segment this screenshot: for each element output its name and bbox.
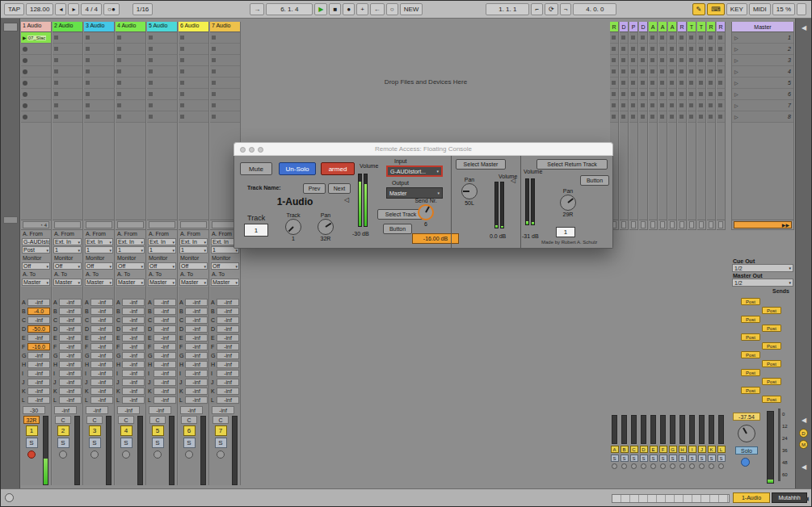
return-generic-button[interactable]: Button (580, 175, 609, 186)
track-arm-button[interactable] (185, 450, 193, 459)
master-out-select[interactable]: 1/2▾ (732, 279, 793, 287)
clip-slot[interactable] (639, 44, 647, 55)
clip-slot[interactable] (639, 100, 647, 111)
generic-button[interactable]: Button (383, 224, 412, 234)
clip-slot[interactable] (717, 44, 725, 55)
clip-slot[interactable] (678, 32, 686, 44)
clip-slot[interactable] (639, 89, 647, 100)
return-cue-button[interactable] (689, 463, 695, 469)
clip-slot[interactable] (179, 44, 208, 55)
return-cue-button[interactable] (650, 463, 656, 469)
input-channel-select[interactable]: 1▾ (116, 246, 145, 254)
punch-in-button[interactable]: ⌐ (531, 3, 543, 15)
track-arm-button[interactable] (154, 450, 162, 459)
return-header[interactable]: R (707, 22, 715, 32)
punch-out-button[interactable]: ¬ (560, 3, 572, 15)
overdub-button[interactable]: + (356, 3, 368, 15)
tempo-field[interactable]: 128.00 (26, 3, 53, 15)
track-volume-db[interactable]: -30 dB (352, 231, 369, 237)
send-knob[interactable]: -inf (59, 308, 82, 315)
clip-slot[interactable] (620, 111, 628, 123)
input-select[interactable]: Ext. In▾ (53, 238, 82, 245)
send-knob[interactable]: -inf (27, 352, 50, 359)
clip-slot[interactable] (147, 78, 177, 89)
return-cue-button[interactable] (679, 463, 685, 469)
input-channel-select[interactable]: 1▾ (53, 246, 82, 254)
track-number-field[interactable]: 1 (244, 224, 268, 237)
send-knob[interactable]: -inf (154, 308, 176, 315)
clip-slot[interactable] (610, 100, 618, 111)
send-knob[interactable]: -inf (59, 299, 82, 306)
master-volume-value[interactable]: -37.54 (733, 413, 760, 421)
track-volume-value[interactable]: -inf (180, 406, 203, 414)
scene-play-icon[interactable]: ▷ (734, 114, 738, 119)
scene-play-icon[interactable]: ▷ (734, 91, 738, 97)
show-mixer-toggle[interactable]: M (799, 440, 808, 449)
input-channel-select[interactable]: 1▾ (179, 246, 208, 254)
track-activator-button[interactable]: 7 (215, 425, 227, 436)
clip-slot[interactable] (649, 78, 657, 89)
output-select[interactable]: Master▾ (148, 279, 176, 286)
clip-slot[interactable] (84, 89, 114, 100)
clip-slot[interactable] (639, 66, 647, 78)
clip-slot[interactable] (678, 89, 686, 100)
clip-slot[interactable] (678, 44, 686, 55)
clip-slot[interactable] (717, 78, 725, 89)
send-knob[interactable]: -inf (122, 352, 145, 359)
send-knob[interactable]: -inf (154, 343, 176, 350)
send-knob[interactable]: -inf (185, 316, 208, 324)
output-select[interactable]: Master▾ (53, 279, 82, 286)
input-select[interactable]: Ext. In▾ (148, 238, 176, 245)
return-cue-button[interactable] (718, 463, 724, 469)
return-solo-button[interactable]: S (669, 455, 677, 462)
send-knob[interactable]: -inf (154, 370, 176, 377)
clip-slot[interactable] (610, 78, 618, 89)
send-post-toggle[interactable]: Post (762, 378, 781, 385)
send-knob[interactable]: -4.0 (27, 308, 50, 315)
loop-button[interactable]: ⟳ (545, 3, 558, 15)
master-volume-db[interactable]: 0.0 dB (490, 233, 506, 239)
clip-slot[interactable] (697, 32, 705, 44)
capture-new-button[interactable]: NEW (400, 3, 423, 15)
clip-slot[interactable] (668, 55, 676, 66)
track-pan-value[interactable]: C (181, 416, 197, 424)
clip-slot[interactable] (210, 100, 240, 111)
clip-slot[interactable] (649, 55, 657, 66)
send-knob[interactable]: -inf (122, 308, 145, 315)
clip-slot[interactable] (53, 100, 82, 111)
nudge-down-button[interactable]: ◂ (55, 3, 66, 15)
clip-slot[interactable] (697, 55, 705, 66)
send-knob[interactable]: -inf (90, 316, 113, 324)
arrangement-position-display[interactable]: 6. 1. 4 (266, 3, 313, 15)
send-knob[interactable]: -inf (90, 352, 113, 359)
scene-play-icon[interactable]: ▷ (734, 80, 738, 86)
clip-slot[interactable] (707, 89, 715, 100)
clip-slot[interactable] (678, 111, 686, 123)
clip-slot[interactable] (688, 89, 696, 100)
scene-slot[interactable]: ▷5 (732, 78, 793, 89)
clip-slot[interactable] (53, 55, 82, 66)
send-knob[interactable]: -inf (27, 388, 50, 395)
send-knob[interactable]: -inf (217, 352, 239, 359)
send-knob[interactable]: -inf (122, 343, 145, 350)
send-knob[interactable]: -inf (27, 396, 50, 404)
clip-slot[interactable] (658, 55, 667, 66)
clip-slot[interactable] (668, 44, 676, 55)
master-solo-button[interactable]: Solo (735, 446, 758, 455)
clip-slot[interactable] (84, 44, 114, 55)
clip-slot[interactable] (21, 66, 51, 78)
clip-slot[interactable] (649, 32, 657, 44)
select-return-track-button[interactable]: Select Return Track (536, 159, 608, 170)
return-activator-button[interactable]: H (679, 446, 687, 453)
draw-mode-button[interactable]: ✎ (692, 3, 706, 15)
send-knob[interactable]: -inf (122, 370, 145, 377)
show-sends-toggle[interactable]: D (799, 429, 808, 438)
send-knob[interactable]: -inf (185, 343, 208, 350)
return-cue-button[interactable] (631, 463, 637, 469)
arrangement-overview[interactable] (612, 494, 730, 503)
send-knob[interactable]: -inf (27, 316, 50, 324)
return-cue-button[interactable] (709, 463, 714, 469)
clip-slot[interactable] (610, 111, 618, 123)
clip-slot[interactable] (116, 66, 145, 78)
track-pan-value[interactable]: C (55, 416, 71, 424)
